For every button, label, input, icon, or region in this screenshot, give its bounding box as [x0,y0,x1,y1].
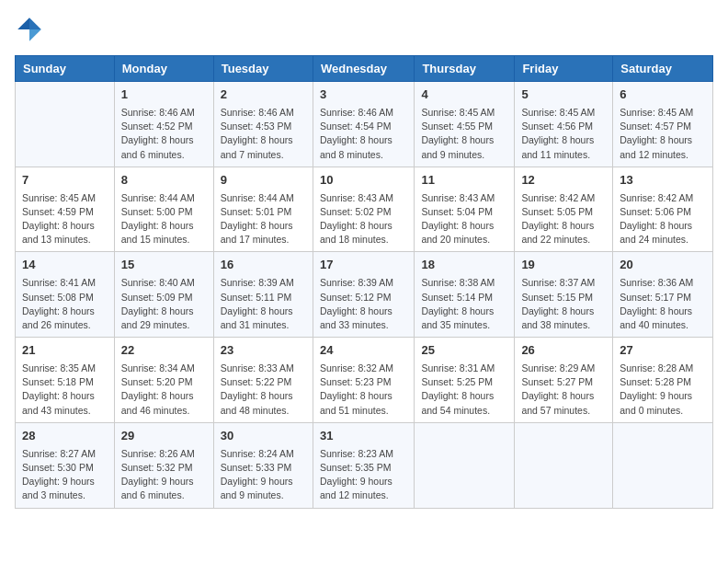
calendar-cell: 27Sunrise: 8:28 AM Sunset: 5:28 PM Dayli… [613,338,713,423]
calendar-cell: 22Sunrise: 8:34 AM Sunset: 5:20 PM Dayli… [114,338,213,423]
calendar-cell: 3Sunrise: 8:46 AM Sunset: 4:54 PM Daylig… [313,82,414,167]
day-details: Sunrise: 8:33 AM Sunset: 5:22 PM Dayligh… [221,362,306,418]
day-details: Sunrise: 8:39 AM Sunset: 5:12 PM Dayligh… [320,276,407,332]
day-details: Sunrise: 8:45 AM Sunset: 4:59 PM Dayligh… [22,191,108,247]
day-number: 2 [221,86,306,104]
day-details: Sunrise: 8:24 AM Sunset: 5:33 PM Dayligh… [221,447,306,503]
day-number: 3 [320,86,407,104]
calendar-week-row: 14Sunrise: 8:41 AM Sunset: 5:08 PM Dayli… [16,252,713,338]
day-number: 14 [22,257,108,274]
calendar-cell: 5Sunrise: 8:45 AM Sunset: 4:56 PM Daylig… [515,82,613,167]
calendar-body: 1Sunrise: 8:46 AM Sunset: 4:52 PM Daylig… [16,82,713,509]
weekday-header-cell: Wednesday [313,56,414,82]
day-number: 15 [121,257,207,274]
day-details: Sunrise: 8:41 AM Sunset: 5:08 PM Dayligh… [22,276,108,332]
day-details: Sunrise: 8:32 AM Sunset: 5:23 PM Dayligh… [320,362,407,418]
day-number: 10 [320,172,407,190]
day-details: Sunrise: 8:45 AM Sunset: 4:55 PM Dayligh… [421,106,507,162]
day-details: Sunrise: 8:27 AM Sunset: 5:30 PM Dayligh… [22,447,108,503]
weekday-header-cell: Monday [114,56,213,82]
calendar-cell: 9Sunrise: 8:44 AM Sunset: 5:01 PM Daylig… [213,167,313,252]
day-details: Sunrise: 8:34 AM Sunset: 5:20 PM Dayligh… [121,362,207,418]
calendar-cell: 7Sunrise: 8:45 AM Sunset: 4:59 PM Daylig… [16,167,115,252]
day-details: Sunrise: 8:35 AM Sunset: 5:18 PM Dayligh… [22,362,108,418]
day-number: 19 [521,257,606,274]
calendar-cell: 26Sunrise: 8:29 AM Sunset: 5:27 PM Dayli… [515,338,613,423]
weekday-header-cell: Saturday [613,56,713,82]
calendar-cell: 24Sunrise: 8:32 AM Sunset: 5:23 PM Dayli… [313,338,414,423]
calendar-cell: 12Sunrise: 8:42 AM Sunset: 5:05 PM Dayli… [515,167,613,252]
calendar-header: SundayMondayTuesdayWednesdayThursdayFrid… [16,56,713,82]
day-number: 17 [320,257,407,274]
calendar-cell: 13Sunrise: 8:42 AM Sunset: 5:06 PM Dayli… [613,167,713,252]
calendar-cell: 6Sunrise: 8:45 AM Sunset: 4:57 PM Daylig… [613,82,713,167]
day-details: Sunrise: 8:37 AM Sunset: 5:15 PM Dayligh… [521,276,606,332]
day-number: 12 [521,172,606,190]
day-number: 29 [121,428,207,445]
calendar-week-row: 1Sunrise: 8:46 AM Sunset: 4:52 PM Daylig… [16,82,713,167]
day-details: Sunrise: 8:40 AM Sunset: 5:09 PM Dayligh… [121,276,207,332]
calendar-cell [16,82,115,167]
day-number: 18 [421,257,507,274]
day-details: Sunrise: 8:42 AM Sunset: 5:06 PM Dayligh… [620,191,706,247]
calendar-cell [515,422,613,508]
calendar-cell: 17Sunrise: 8:39 AM Sunset: 5:12 PM Dayli… [313,252,414,338]
calendar-cell: 20Sunrise: 8:36 AM Sunset: 5:17 PM Dayli… [613,252,713,338]
day-details: Sunrise: 8:46 AM Sunset: 4:53 PM Dayligh… [221,106,306,162]
day-number: 31 [320,428,407,445]
calendar-cell: 14Sunrise: 8:41 AM Sunset: 5:08 PM Dayli… [16,252,115,338]
day-number: 7 [22,172,108,190]
svg-marker-1 [17,17,29,29]
day-number: 4 [421,86,507,104]
calendar-cell: 31Sunrise: 8:23 AM Sunset: 5:35 PM Dayli… [313,422,414,508]
calendar-cell: 8Sunrise: 8:44 AM Sunset: 5:00 PM Daylig… [114,167,213,252]
calendar-cell: 21Sunrise: 8:35 AM Sunset: 5:18 PM Dayli… [16,338,115,423]
day-number: 16 [221,257,306,274]
calendar-cell: 25Sunrise: 8:31 AM Sunset: 5:25 PM Dayli… [415,338,515,423]
calendar-cell: 2Sunrise: 8:46 AM Sunset: 4:53 PM Daylig… [213,82,313,167]
day-details: Sunrise: 8:28 AM Sunset: 5:28 PM Dayligh… [620,362,706,418]
page-header [15,15,713,44]
weekday-header-cell: Friday [515,56,613,82]
day-details: Sunrise: 8:38 AM Sunset: 5:14 PM Dayligh… [421,276,507,332]
day-details: Sunrise: 8:36 AM Sunset: 5:17 PM Dayligh… [620,276,706,332]
calendar-cell: 11Sunrise: 8:43 AM Sunset: 5:04 PM Dayli… [415,167,515,252]
day-details: Sunrise: 8:23 AM Sunset: 5:35 PM Dayligh… [320,447,407,503]
day-details: Sunrise: 8:43 AM Sunset: 5:02 PM Dayligh… [320,191,407,247]
day-details: Sunrise: 8:42 AM Sunset: 5:05 PM Dayligh… [521,191,606,247]
day-number: 5 [521,86,606,104]
day-details: Sunrise: 8:26 AM Sunset: 5:32 PM Dayligh… [121,447,207,503]
day-details: Sunrise: 8:29 AM Sunset: 5:27 PM Dayligh… [521,362,606,418]
calendar-week-row: 28Sunrise: 8:27 AM Sunset: 5:30 PM Dayli… [16,422,713,508]
day-details: Sunrise: 8:43 AM Sunset: 5:04 PM Dayligh… [421,191,507,247]
weekday-header-cell: Sunday [16,56,115,82]
svg-marker-2 [29,29,41,41]
day-number: 30 [221,428,306,445]
calendar-cell: 16Sunrise: 8:39 AM Sunset: 5:11 PM Dayli… [213,252,313,338]
weekday-header-cell: Tuesday [213,56,313,82]
day-number: 24 [320,342,407,360]
day-details: Sunrise: 8:44 AM Sunset: 5:00 PM Dayligh… [121,191,207,247]
calendar-cell [415,422,515,508]
day-number: 1 [121,86,207,104]
calendar-cell: 1Sunrise: 8:46 AM Sunset: 4:52 PM Daylig… [114,82,213,167]
calendar-week-row: 21Sunrise: 8:35 AM Sunset: 5:18 PM Dayli… [16,338,713,423]
day-details: Sunrise: 8:39 AM Sunset: 5:11 PM Dayligh… [221,276,306,332]
calendar-cell: 4Sunrise: 8:45 AM Sunset: 4:55 PM Daylig… [415,82,515,167]
calendar-cell: 15Sunrise: 8:40 AM Sunset: 5:09 PM Dayli… [114,252,213,338]
calendar-cell: 23Sunrise: 8:33 AM Sunset: 5:22 PM Dayli… [213,338,313,423]
day-details: Sunrise: 8:44 AM Sunset: 5:01 PM Dayligh… [221,191,306,247]
day-number: 28 [22,428,108,445]
svg-marker-0 [29,17,41,29]
calendar-cell: 19Sunrise: 8:37 AM Sunset: 5:15 PM Dayli… [515,252,613,338]
calendar-cell: 28Sunrise: 8:27 AM Sunset: 5:30 PM Dayli… [16,422,115,508]
day-number: 26 [521,342,606,360]
weekday-header-row: SundayMondayTuesdayWednesdayThursdayFrid… [16,56,713,82]
day-number: 11 [421,172,507,190]
calendar-table: SundayMondayTuesdayWednesdayThursdayFrid… [15,55,713,509]
day-details: Sunrise: 8:46 AM Sunset: 4:54 PM Dayligh… [320,106,407,162]
day-details: Sunrise: 8:45 AM Sunset: 4:57 PM Dayligh… [620,106,706,162]
calendar-cell [613,422,713,508]
day-details: Sunrise: 8:31 AM Sunset: 5:25 PM Dayligh… [421,362,507,418]
day-details: Sunrise: 8:45 AM Sunset: 4:56 PM Dayligh… [521,106,606,162]
